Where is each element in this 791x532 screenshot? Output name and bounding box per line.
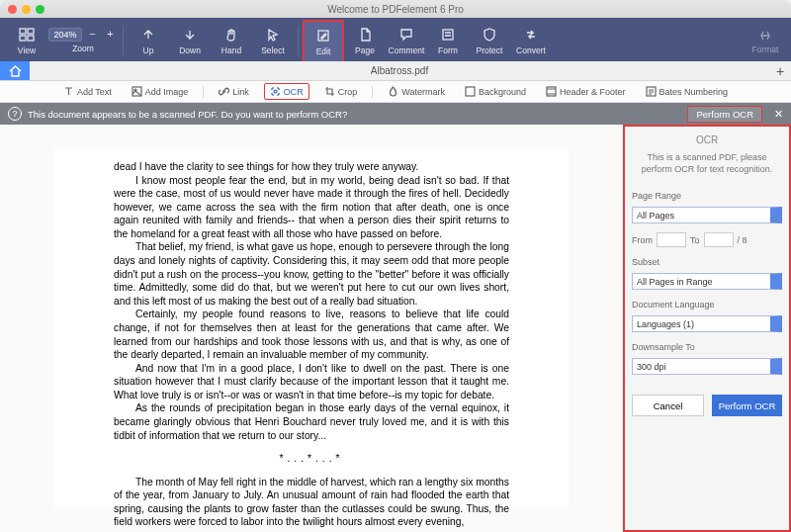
arrow-down-icon: [181, 26, 199, 44]
header-footer-button[interactable]: Header & Footer: [541, 84, 631, 99]
subset-label: Subset: [632, 257, 782, 267]
doc-language-select[interactable]: Languages (1): [632, 315, 782, 332]
arrow-up-icon: [139, 26, 157, 44]
link-label: Link: [232, 87, 249, 97]
protect-label: Protect: [477, 45, 503, 55]
page-up-button[interactable]: Up: [128, 20, 169, 61]
bates-label: Bates Numbering: [659, 87, 729, 97]
watermark-label: Watermark: [401, 87, 445, 97]
background-label: Background: [479, 87, 526, 97]
svg-rect-3: [28, 36, 34, 41]
subset-select[interactable]: All Pages in Range: [632, 273, 782, 290]
ocr-button[interactable]: OCR: [264, 83, 309, 100]
document-viewport[interactable]: dead I have the clarity to see things fo…: [0, 125, 623, 532]
format-button[interactable]: Format: [746, 20, 785, 61]
from-input[interactable]: [657, 232, 686, 247]
new-tab-button[interactable]: +: [769, 63, 791, 79]
add-image-button[interactable]: Add Image: [127, 84, 194, 99]
down-label: Down: [179, 45, 201, 55]
form-button[interactable]: Form: [427, 20, 469, 61]
view-label: View: [18, 45, 36, 55]
downsample-label: Downsample To: [632, 342, 782, 352]
panel-hint: This is a scanned PDF, please perform OC…: [632, 151, 782, 181]
page-down-button[interactable]: Down: [169, 20, 211, 61]
page-button[interactable]: Page: [344, 20, 386, 61]
zoom-label: Zoom: [72, 44, 94, 53]
bates-numbering-button[interactable]: Bates Numbering: [641, 84, 734, 99]
zoom-out-button[interactable]: −: [86, 28, 100, 42]
ocr-label: OCR: [284, 87, 304, 97]
document-page: dead I have the clarity to see things fo…: [54, 148, 569, 508]
home-button[interactable]: [0, 61, 30, 80]
notice-close-button[interactable]: ✕: [774, 108, 783, 121]
svg-rect-2: [20, 36, 26, 41]
page-icon: [356, 26, 374, 44]
background-button[interactable]: Background: [460, 84, 531, 99]
edit-toolbar: Add Text Add Image Link OCR Crop Waterma…: [0, 81, 791, 103]
header-footer-label: Header & Footer: [560, 87, 626, 97]
convert-label: Convert: [516, 45, 546, 55]
ocr-notice-bar: ? This document appears to be a scanned …: [0, 103, 791, 125]
edit-button[interactable]: Edit: [303, 20, 344, 61]
to-label: To: [690, 235, 700, 245]
format-icon: [756, 27, 774, 44]
shield-icon: [481, 26, 498, 44]
main-ribbon: View 204% − + Zoom Up Down Hand Select: [0, 18, 791, 61]
svg-point-8: [274, 90, 277, 93]
body-text: The month of May fell right in the middl…: [114, 476, 509, 529]
edit-label: Edit: [316, 46, 331, 56]
document-tab[interactable]: Albatross.pdf: [30, 65, 769, 76]
svg-rect-0: [20, 29, 26, 34]
link-button[interactable]: Link: [214, 84, 254, 99]
form-icon: [439, 26, 457, 44]
protect-button[interactable]: Protect: [469, 20, 510, 61]
notice-perform-ocr-button[interactable]: Perform OCR: [687, 106, 762, 123]
to-input[interactable]: [704, 232, 734, 247]
select-label: Select: [261, 45, 285, 55]
page-label: Page: [355, 45, 375, 55]
svg-rect-5: [443, 30, 453, 40]
hand-icon: [222, 26, 240, 44]
svg-rect-1: [28, 29, 34, 34]
body-text: Certainly, my people found reasons to li…: [114, 308, 509, 361]
body-text: dead I have the clarity to see things fo…: [114, 160, 509, 174]
document-tabbar: Albatross.pdf +: [0, 61, 791, 81]
zoom-value[interactable]: 204%: [48, 28, 81, 42]
hand-tool-button[interactable]: Hand: [211, 20, 252, 61]
watermark-button[interactable]: Watermark: [383, 84, 450, 99]
downsample-select[interactable]: 300 dpi: [632, 358, 782, 375]
crop-button[interactable]: Crop: [319, 84, 363, 99]
select-tool-button[interactable]: Select: [252, 20, 294, 61]
svg-rect-9: [466, 87, 475, 96]
window-titlebar: Welcome to PDFelement 6 Pro: [0, 0, 791, 18]
zoom-group: 204% − + Zoom: [47, 20, 119, 61]
comment-button[interactable]: Comment: [386, 20, 427, 61]
add-image-label: Add Image: [145, 87, 189, 97]
section-break: *...*...*: [114, 452, 509, 466]
window-zoom-button[interactable]: [36, 5, 44, 14]
page-range-select[interactable]: All Pages: [632, 207, 782, 223]
hand-label: Hand: [221, 45, 241, 55]
question-icon: ?: [8, 107, 22, 121]
ocr-side-panel: OCR This is a scanned PDF, please perfor…: [623, 125, 791, 532]
view-button[interactable]: View: [6, 20, 47, 61]
zoom-in-button[interactable]: +: [104, 28, 118, 42]
panel-title: OCR: [632, 133, 782, 145]
form-label: Form: [438, 45, 458, 55]
up-label: Up: [143, 45, 154, 55]
add-text-label: Add Text: [77, 87, 112, 97]
cancel-button[interactable]: Cancel: [632, 395, 704, 416]
add-text-button[interactable]: Add Text: [58, 84, 117, 99]
doc-language-label: Document Language: [632, 300, 782, 310]
convert-button[interactable]: Convert: [510, 20, 552, 61]
convert-icon: [522, 26, 540, 44]
format-label: Format: [752, 44, 779, 54]
from-label: From: [632, 235, 653, 245]
page-range-label: Page Range: [632, 191, 782, 201]
perform-ocr-button[interactable]: Perform OCR: [712, 395, 782, 416]
notice-text: This document appears to be a scanned PD…: [28, 109, 347, 120]
body-text: I know most people fear the end, but in …: [114, 174, 509, 241]
window-title: Welcome to PDFelement 6 Pro: [0, 4, 791, 15]
window-minimize-button[interactable]: [22, 5, 31, 14]
window-close-button[interactable]: [8, 5, 17, 14]
